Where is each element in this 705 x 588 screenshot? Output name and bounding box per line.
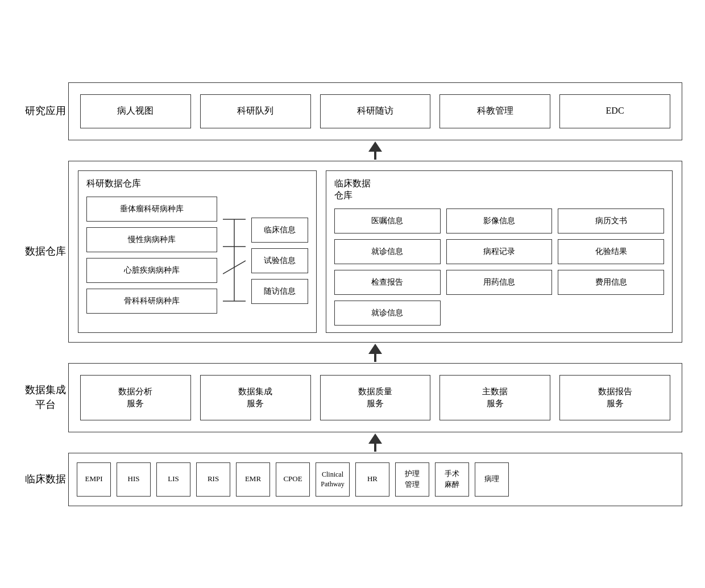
cl-item-9: 手术麻醉 bbox=[435, 462, 469, 497]
cw-item-9: 就诊信息 bbox=[334, 301, 441, 326]
cl-item-8: 护理管理 bbox=[395, 462, 429, 497]
cl-item-5: CPOE bbox=[276, 462, 310, 497]
arrow-shaft-3 bbox=[374, 444, 376, 452]
arrow-1 bbox=[68, 140, 682, 161]
research-item-0: 病人视图 bbox=[80, 94, 191, 128]
warehouse-left-body: 垂体瘤科研病种库 慢性病病种库 心脏疾病病种库 骨科科研病种库 bbox=[86, 197, 308, 326]
research-item-3: 科教管理 bbox=[439, 94, 550, 128]
cw-item-0: 医嘱信息 bbox=[334, 208, 441, 233]
warehouse-label: 数据仓库 bbox=[23, 161, 68, 343]
research-layer: 研究应用 病人视图 科研队列 科研随访 科教管理 EDC bbox=[23, 82, 682, 140]
architecture-diagram: 研究应用 病人视图 科研队列 科研随访 科教管理 EDC 数据仓库 科研数据仓库… bbox=[17, 71, 688, 518]
cl-item-1: HIS bbox=[117, 462, 151, 497]
int-item-0: 数据分析服务 bbox=[80, 375, 191, 420]
arrow-up-3 bbox=[368, 433, 382, 452]
research-item-4: EDC bbox=[559, 94, 670, 128]
research-item-1: 科研队列 bbox=[200, 94, 311, 128]
cl-item-4: EMR bbox=[236, 462, 270, 497]
cl-item-7: HR bbox=[355, 462, 389, 497]
arrow-up-1 bbox=[368, 141, 382, 160]
disease-list: 垂体瘤科研病种库 慢性病病种库 心脏疾病病种库 骨科科研病种库 bbox=[86, 197, 217, 326]
clinical-content: EMPI HIS LIS RIS EMR CPOE ClinicalPathwa… bbox=[68, 453, 682, 506]
cw-item-1: 影像信息 bbox=[446, 208, 553, 233]
clinical-label: 临床数据 bbox=[23, 453, 68, 506]
connector-svg bbox=[223, 204, 246, 318]
clinical-warehouse-grid: 医嘱信息 影像信息 病历文书 就诊信息 病程记录 化验结果 检查报告 用药信息 … bbox=[334, 208, 664, 326]
cw-item-2: 病历文书 bbox=[558, 208, 664, 233]
cl-item-0: EMPI bbox=[77, 462, 111, 497]
arrow-3 bbox=[68, 432, 682, 453]
disease-2: 心脏疾病病种库 bbox=[86, 258, 217, 283]
warehouse-layer: 数据仓库 科研数据仓库 垂体瘤科研病种库 慢性病病种库 心脏疾病病种库 骨科科研… bbox=[23, 161, 682, 343]
int-item-3: 主数据服务 bbox=[439, 375, 550, 420]
connector-lines bbox=[223, 197, 246, 326]
arrow-head-2 bbox=[368, 344, 382, 354]
info-0: 临床信息 bbox=[251, 218, 308, 243]
research-content: 病人视图 科研队列 科研随访 科教管理 EDC bbox=[68, 82, 682, 140]
arrow-head-1 bbox=[368, 141, 382, 152]
research-warehouse-title: 科研数据仓库 bbox=[86, 178, 308, 190]
research-label: 研究应用 bbox=[23, 82, 68, 140]
arrow-up-2 bbox=[368, 344, 382, 362]
clinical-warehouse-box: 临床数据仓库 医嘱信息 影像信息 病历文书 就诊信息 病程记录 化验结果 检查报… bbox=[326, 170, 673, 333]
integration-label: 数据集成平台 bbox=[23, 363, 68, 432]
int-item-1: 数据集成服务 bbox=[200, 375, 311, 420]
cl-item-2: LIS bbox=[156, 462, 190, 497]
int-item-4: 数据报告服务 bbox=[559, 375, 670, 420]
warehouse-content: 科研数据仓库 垂体瘤科研病种库 慢性病病种库 心脏疾病病种库 骨科科研病种库 bbox=[68, 161, 682, 343]
int-item-2: 数据质量服务 bbox=[320, 375, 431, 420]
disease-0: 垂体瘤科研病种库 bbox=[86, 197, 217, 222]
arrow-head-3 bbox=[368, 433, 382, 444]
cw-item-7: 用药信息 bbox=[446, 270, 553, 295]
cw-item-6: 检查报告 bbox=[334, 270, 441, 295]
disease-1: 慢性病病种库 bbox=[86, 227, 217, 252]
cl-item-3: RIS bbox=[196, 462, 230, 497]
info-list: 临床信息 试验信息 随访信息 bbox=[251, 197, 308, 326]
research-item-2: 科研随访 bbox=[320, 94, 431, 128]
cw-item-5: 化验结果 bbox=[558, 239, 664, 264]
cl-item-10: 病理 bbox=[475, 462, 509, 497]
arrow-shaft-2 bbox=[374, 354, 376, 362]
info-2: 随访信息 bbox=[251, 279, 308, 304]
clinical-warehouse-title: 临床数据仓库 bbox=[334, 178, 664, 202]
clinical-layer: 临床数据 EMPI HIS LIS RIS EMR CPOE ClinicalP… bbox=[23, 453, 682, 506]
cl-item-6: ClinicalPathway bbox=[316, 462, 350, 497]
arrow-2 bbox=[68, 343, 682, 363]
integration-layer: 数据集成平台 数据分析服务 数据集成服务 数据质量服务 主数据服务 数据报告服务 bbox=[23, 363, 682, 432]
cw-item-3: 就诊信息 bbox=[334, 239, 441, 264]
disease-3: 骨科科研病种库 bbox=[86, 289, 217, 314]
integration-content: 数据分析服务 数据集成服务 数据质量服务 主数据服务 数据报告服务 bbox=[68, 363, 682, 432]
info-1: 试验信息 bbox=[251, 248, 308, 273]
arrow-shaft-1 bbox=[374, 152, 376, 160]
cw-item-8: 费用信息 bbox=[558, 270, 664, 295]
cw-item-4: 病程记录 bbox=[446, 239, 553, 264]
research-warehouse-box: 科研数据仓库 垂体瘤科研病种库 慢性病病种库 心脏疾病病种库 骨科科研病种库 bbox=[78, 170, 317, 333]
